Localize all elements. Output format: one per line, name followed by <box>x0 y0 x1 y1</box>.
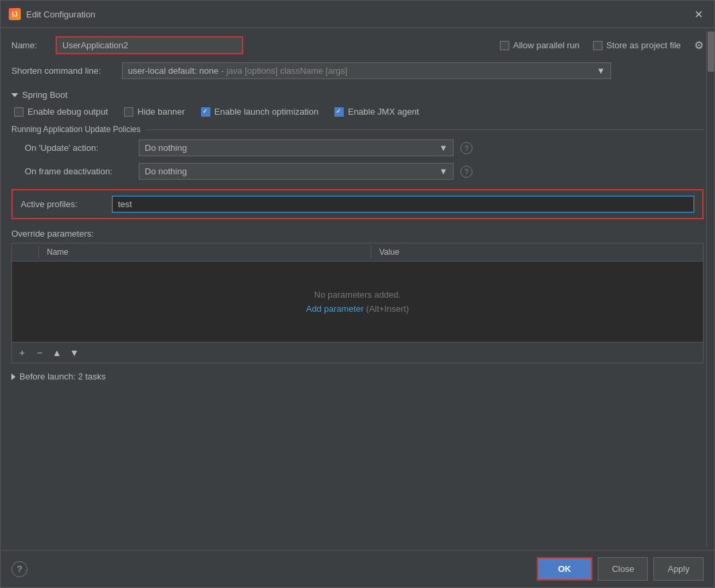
before-launch-label: Before launch: 2 tasks <box>19 371 106 381</box>
update-action-label: On 'Update' action: <box>25 143 132 153</box>
add-param-shortcut: (Alt+Insert) <box>364 304 409 314</box>
update-action-help-icon[interactable]: ? <box>460 142 472 154</box>
main-content: Name: Allow parallel run Store as projec… <box>1 28 714 550</box>
enable-launch-checkbox[interactable] <box>201 107 210 117</box>
close-window-button[interactable]: ✕ <box>690 6 706 22</box>
add-param-link[interactable]: Add parameter (Alt+Insert) <box>306 304 409 314</box>
shorten-dropdown-arrow: ▼ <box>596 66 605 76</box>
hide-banner-label[interactable]: Hide banner <box>124 107 185 117</box>
frame-deactivation-label: On frame deactivation: <box>25 166 132 176</box>
running-app-section: Running Application Update Policies On '… <box>11 125 704 180</box>
apply-button[interactable]: Apply <box>653 557 704 581</box>
title-bar-left: IJ Edit Configuration <box>9 8 95 20</box>
name-input[interactable] <box>56 36 243 54</box>
params-header: Name Value <box>12 243 703 261</box>
update-action-dropdown[interactable]: Do nothing ▼ <box>139 139 454 156</box>
close-button[interactable]: Close <box>598 557 648 581</box>
edit-configuration-dialog: IJ Edit Configuration ✕ Name: Allow para… <box>0 0 715 588</box>
shorten-row: Shorten command line: user-local default… <box>11 62 704 79</box>
scrollbar[interactable] <box>706 31 714 547</box>
add-param-button[interactable]: + <box>15 345 29 360</box>
hide-banner-checkbox[interactable] <box>124 107 133 117</box>
override-label: Override parameters: <box>11 229 704 239</box>
ok-button[interactable]: OK <box>537 557 593 581</box>
update-action-row: On 'Update' action: Do nothing ▼ ? <box>11 139 704 156</box>
override-section: Override parameters: Name Value No param… <box>11 229 704 363</box>
enable-debug-checkbox[interactable] <box>14 107 23 117</box>
spring-boot-collapse-icon <box>11 93 18 97</box>
spring-boot-header[interactable]: Spring Boot <box>11 90 704 100</box>
title-bar: IJ Edit Configuration ✕ <box>1 1 714 28</box>
params-checkbox-header <box>12 246 39 258</box>
add-param-text: Add parameter <box>306 304 364 314</box>
hide-banner-text: Hide banner <box>137 107 185 117</box>
update-action-value: Do nothing <box>145 143 187 153</box>
move-down-button[interactable]: ▼ <box>67 345 82 360</box>
name-label: Name: <box>11 40 45 50</box>
frame-deactivation-row: On frame deactivation: Do nothing ▼ ? <box>11 163 704 180</box>
dialog-title: Edit Configuration <box>26 9 95 19</box>
gear-icon[interactable]: ⚙ <box>694 39 704 52</box>
running-app-label: Running Application Update Policies <box>11 125 141 134</box>
enable-jmx-checkbox[interactable] <box>334 107 344 117</box>
move-up-button[interactable]: ▲ <box>50 345 64 360</box>
params-body: No parameters added. Add parameter (Alt+… <box>12 261 703 342</box>
shorten-dropdown[interactable]: user-local default: none - java [options… <box>122 62 611 79</box>
remove-param-button[interactable]: − <box>32 345 47 360</box>
shorten-label: Shorten command line: <box>11 66 115 76</box>
bottom-buttons: OK Close Apply <box>537 557 704 581</box>
allow-parallel-label[interactable]: Allow parallel run <box>500 40 580 50</box>
no-params-text: No parameters added. <box>314 290 401 300</box>
store-project-checkbox[interactable] <box>593 41 602 50</box>
params-name-header: Name <box>39 246 371 258</box>
before-launch-header[interactable]: Before launch: 2 tasks <box>11 371 704 381</box>
running-app-header: Running Application Update Policies <box>11 125 704 134</box>
update-action-arrow: ▼ <box>439 143 448 153</box>
active-profiles-section: Active profiles: <box>11 189 704 219</box>
enable-jmx-label[interactable]: Enable JMX agent <box>334 107 419 117</box>
spring-boot-section: Spring Boot Enable debug output Hide ban… <box>11 90 704 117</box>
name-options: Allow parallel run Store as project file… <box>500 39 704 52</box>
help-button[interactable]: ? <box>11 561 27 577</box>
frame-deactivation-value: Do nothing <box>145 166 187 176</box>
frame-deactivation-arrow: ▼ <box>439 166 448 176</box>
bottom-bar: ? OK Close Apply <box>1 550 714 587</box>
active-profiles-label: Active profiles: <box>21 199 101 209</box>
table-toolbar: + − ▲ ▼ <box>12 342 703 363</box>
shorten-main-text: user-local default: none <box>128 66 218 76</box>
shorten-gray-text: - java [options] className [args] <box>218 66 347 76</box>
scrollbar-thumb[interactable] <box>708 32 714 72</box>
allow-parallel-text: Allow parallel run <box>513 40 580 50</box>
frame-deactivation-dropdown[interactable]: Do nothing ▼ <box>139 163 454 180</box>
enable-debug-label[interactable]: Enable debug output <box>14 107 108 117</box>
active-profiles-input[interactable] <box>112 196 694 213</box>
spring-boot-label: Spring Boot <box>22 90 68 100</box>
enable-jmx-text: Enable JMX agent <box>348 107 419 117</box>
before-launch-section: Before launch: 2 tasks <box>11 371 704 381</box>
store-project-text: Store as project file <box>606 40 681 50</box>
shorten-dropdown-text: user-local default: none - java [options… <box>128 66 596 76</box>
enable-debug-text: Enable debug output <box>27 107 108 117</box>
params-value-header: Value <box>371 246 703 258</box>
allow-parallel-checkbox[interactable] <box>500 41 509 50</box>
enable-launch-text: Enable launch optimization <box>214 107 318 117</box>
spring-boot-options: Enable debug output Hide banner Enable l… <box>11 107 704 117</box>
app-icon: IJ <box>9 8 21 20</box>
name-row: Name: Allow parallel run Store as projec… <box>11 36 704 54</box>
store-project-label[interactable]: Store as project file <box>593 40 681 50</box>
frame-deactivation-help-icon[interactable]: ? <box>460 166 472 178</box>
before-launch-expand-icon <box>11 373 15 380</box>
enable-launch-label[interactable]: Enable launch optimization <box>201 107 318 117</box>
params-table: Name Value No parameters added. Add para… <box>11 243 704 363</box>
